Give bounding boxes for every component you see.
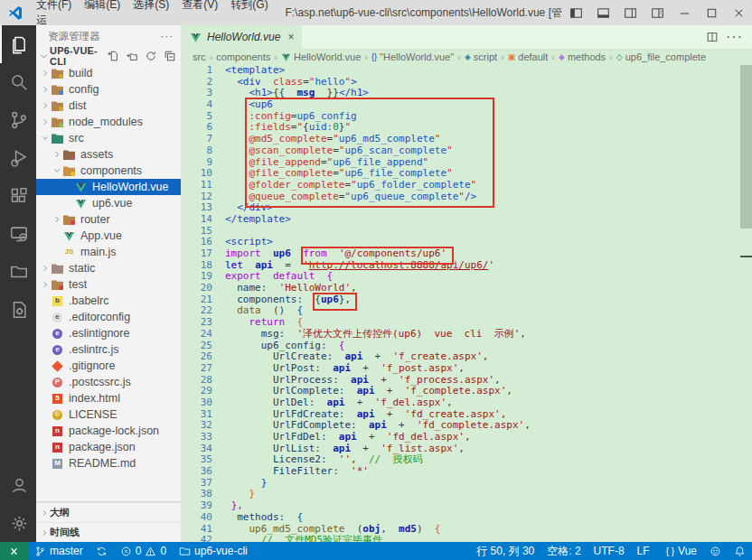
- status-indentation[interactable]: 空格: 2: [540, 542, 587, 560]
- activity-run-debug[interactable]: [0, 139, 36, 177]
- activity-remote-explorer[interactable]: [0, 215, 36, 253]
- tree-item-.eslintignore[interactable]: e.eslintignore: [36, 325, 181, 341]
- tree-item-label: .postcssrc.js: [69, 376, 131, 388]
- new-file-button[interactable]: [106, 49, 120, 63]
- close-button[interactable]: [725, 0, 752, 25]
- sidebar-more-button[interactable]: ···: [161, 31, 174, 42]
- breadcrumb-item-HelloWorldvue[interactable]: {}"HelloWorld.vue": [371, 51, 454, 62]
- close-icon[interactable]: ×: [287, 31, 294, 43]
- tree-item-.gitignore[interactable]: .gitignore: [36, 358, 181, 374]
- line-number: 23: [182, 317, 225, 329]
- tree-item-package.json[interactable]: npackage.json: [36, 439, 181, 455]
- panel-大纲[interactable]: 大纲: [36, 502, 181, 522]
- more-button[interactable]: ···: [726, 29, 743, 45]
- activity-settings[interactable]: [0, 504, 36, 542]
- status-encoding[interactable]: UTF-8: [588, 542, 631, 560]
- activity-extensions[interactable]: [0, 177, 36, 215]
- menu-item-F[interactable]: 文件(F): [30, 0, 78, 11]
- tree-item-README.md[interactable]: MREADME.md: [36, 455, 181, 471]
- status-remote-indicator[interactable]: [0, 542, 28, 560]
- panel-时间线[interactable]: 时间线: [36, 522, 181, 542]
- tree-item-.eslintrc.js[interactable]: e.eslintrc.js: [36, 341, 181, 358]
- new-folder-button[interactable]: [125, 49, 139, 63]
- activity-project-settings[interactable]: [0, 291, 36, 329]
- breadcrumb-item-up6_file_complete[interactable]: ◇up6_file_complete: [616, 51, 706, 62]
- status-problems[interactable]: 00: [114, 542, 173, 560]
- tree-item-main.js[interactable]: JSmain.js: [36, 244, 181, 260]
- tree-item-build[interactable]: build: [36, 65, 181, 81]
- status-workspace[interactable]: up6-vue-cli: [173, 542, 254, 560]
- code-line-38[interactable]: 38 }: [182, 489, 752, 500]
- code-line-36[interactable]: 36 FileFilter: '*': [182, 466, 752, 478]
- tree-item-index.html[interactable]: 5index.html: [36, 390, 181, 406]
- collapse-all-button[interactable]: [163, 49, 177, 63]
- line-number: 40: [182, 512, 225, 524]
- status-sync[interactable]: [89, 542, 114, 560]
- tree-item-static[interactable]: static: [36, 260, 181, 276]
- code-line-14[interactable]: 14</template>: [182, 214, 752, 226]
- activity-explorer[interactable]: [0, 25, 36, 63]
- breadcrumb-item-default[interactable]: ▣default: [508, 51, 549, 62]
- code-line-42[interactable]: 42 // 文件MD5验证完毕事件: [182, 535, 752, 542]
- tree-item-.editorconfig[interactable]: e.editorconfig: [36, 309, 181, 325]
- activity-source-control[interactable]: [0, 101, 36, 139]
- babel-icon: b: [51, 295, 64, 307]
- breadcrumb-label: components: [216, 51, 270, 62]
- license-icon: ©: [51, 409, 64, 421]
- tree-item-HelloWorld.vue[interactable]: HelloWorld.vue: [36, 179, 181, 195]
- breadcrumb-item-src[interactable]: src: [193, 51, 206, 62]
- tree-item-dist[interactable]: dist: [36, 98, 181, 114]
- tree-item-up6.vue[interactable]: up6.vue: [36, 195, 181, 211]
- tree-item-LICENSE[interactable]: ©LICENSE: [36, 406, 181, 423]
- menu-item-E[interactable]: 编辑(E): [78, 0, 127, 11]
- breadcrumb-item-script[interactable]: ◈script: [465, 51, 497, 62]
- tree-item-App.vue[interactable]: App.vue: [36, 228, 181, 244]
- tree-item-node_modules[interactable]: node_modules: [36, 114, 181, 130]
- status-label: 行 50, 列 30: [476, 544, 534, 559]
- tree-item-router[interactable]: router: [36, 211, 181, 228]
- activity-folder-library[interactable]: [0, 253, 36, 291]
- status-git-branch[interactable]: master: [28, 542, 89, 560]
- status-eol[interactable]: LF: [631, 542, 656, 560]
- breadcrumb-separator: ›: [364, 51, 368, 62]
- refresh-button[interactable]: [144, 49, 158, 63]
- activity-account[interactable]: [0, 466, 36, 504]
- tree-item-label: README.md: [69, 457, 136, 470]
- status-language-mode[interactable]: { }Vue: [656, 542, 703, 560]
- split-editor-button[interactable]: [706, 31, 719, 43]
- tree-item-assets[interactable]: assets: [36, 146, 181, 163]
- workspace-section-header[interactable]: UP6-VUE-CLI: [36, 47, 181, 65]
- code-editor[interactable]: 1<template>2 <div class="hello">3 <h1>{{…: [182, 65, 752, 542]
- layout-customize-button[interactable]: [644, 0, 671, 25]
- menu-item-[interactable]: 运: [30, 14, 53, 26]
- line-number: 26: [182, 351, 225, 363]
- layout-sidebar-left-button[interactable]: [562, 0, 589, 25]
- editor-group: HelloWorld.vue × ··· src›components›Hell…: [182, 25, 752, 542]
- status-cursor-position[interactable]: 行 50, 列 30: [470, 542, 540, 560]
- breadcrumb-item-methods[interactable]: ◆methods: [559, 51, 606, 62]
- layout-panel-button[interactable]: [589, 0, 616, 25]
- maximize-button[interactable]: [698, 0, 725, 25]
- breadcrumb-item-HelloWorldvue[interactable]: HelloWorld.vue: [281, 51, 361, 62]
- tree-item-package-lock.json[interactable]: npackage-lock.json: [36, 423, 181, 439]
- line-number: 14: [182, 214, 225, 226]
- tree-item-test[interactable]: test: [36, 276, 181, 293]
- tab-helloworld-vue[interactable]: HelloWorld.vue ×: [182, 25, 302, 49]
- status-feedback[interactable]: [703, 542, 728, 560]
- tree-item-config[interactable]: config: [36, 81, 181, 98]
- breadcrumb-item-components[interactable]: components: [216, 51, 270, 62]
- tree-item-components[interactable]: components: [36, 163, 181, 179]
- menu-item-V[interactable]: 查看(V): [175, 0, 224, 11]
- tree-item-.postcssrc.js[interactable]: P.postcssrc.js: [36, 374, 181, 390]
- tree-item-src[interactable]: src: [36, 130, 181, 146]
- menu-item-G[interactable]: 转到(G): [224, 0, 274, 11]
- tree-item-.babelrc[interactable]: b.babelrc: [36, 293, 181, 309]
- panel-label: 时间线: [50, 526, 80, 539]
- layout-sidebar-right-button[interactable]: [616, 0, 644, 25]
- code-line-37[interactable]: 37 }: [182, 478, 752, 490]
- status-notifications[interactable]: [728, 542, 752, 560]
- menu-item-S[interactable]: 选择(S): [127, 0, 175, 11]
- minimize-button[interactable]: [671, 0, 698, 25]
- editor-scrollbar[interactable]: [740, 65, 752, 229]
- activity-search[interactable]: [0, 63, 36, 101]
